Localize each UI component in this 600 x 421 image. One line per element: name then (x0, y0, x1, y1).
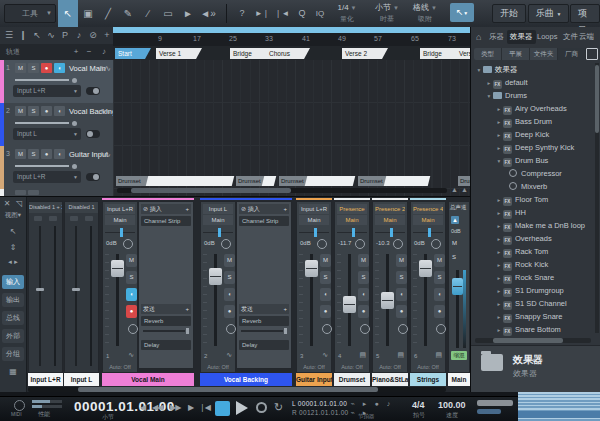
marker-flag[interactable]: Verse 3 (456, 48, 470, 59)
zoom-in-icon[interactable]: ▲ (461, 186, 468, 193)
pan-control[interactable] (299, 226, 329, 238)
pan-knob[interactable] (431, 239, 441, 249)
monitor-button[interactable]: ◖ (54, 106, 65, 116)
iq-button[interactable]: IQ (310, 0, 330, 27)
channel-output-label[interactable]: Main (299, 215, 329, 225)
track-volume-slider[interactable] (15, 122, 69, 124)
automation-mode[interactable]: Auto: Off (373, 364, 407, 370)
record-arm-button[interactable]: ● (41, 106, 52, 116)
return-to-zero-button[interactable]: ❘◀ (199, 403, 210, 412)
record-arm-button[interactable]: ● (434, 305, 445, 318)
cursor-icon[interactable]: ↖ (2, 227, 24, 236)
grid-view-icon[interactable]: ▦ (2, 367, 24, 376)
solo-button[interactable] (28, 190, 39, 195)
add-icon[interactable]: + (100, 27, 114, 44)
pan-dot[interactable] (72, 164, 77, 169)
arrangement-hscrollbar[interactable] (117, 188, 447, 193)
tree-item[interactable]: ▸FXBass Drum (471, 115, 595, 128)
expand-arrow[interactable]: ▸ (495, 194, 503, 206)
split-tool[interactable]: ╱ (98, 0, 118, 27)
eraser-tool[interactable]: ✎ (118, 0, 138, 27)
channel-name[interactable]: Drumset (334, 373, 370, 386)
time-display-unit[interactable]: 小节 (102, 413, 114, 421)
record-mode-icon[interactable]: ● (371, 400, 382, 407)
add-send-button[interactable]: + (283, 304, 287, 314)
record-arm-button[interactable]: ● (41, 63, 52, 73)
solo-button[interactable]: S (126, 271, 137, 284)
pan-dot[interactable] (72, 78, 77, 83)
fader-track[interactable] (39, 226, 41, 366)
channel-strip-strings[interactable]: Presence 4 Main 0dB M S ◖ ● 6 ▤ Auto: Of… (410, 201, 446, 373)
channel-input-label[interactable]: Input L (203, 204, 233, 214)
expand-arrow[interactable]: ▸ (495, 298, 503, 310)
performance-label[interactable]: 性能 (38, 410, 50, 419)
send-level-slider[interactable] (241, 330, 283, 332)
channel-output-label[interactable]: Main (413, 215, 443, 225)
expand-arrow[interactable]: ▸ (495, 233, 503, 245)
tree-item[interactable]: ▸FXS1 Drumgroup (471, 284, 595, 297)
channel-name[interactable]: Vocal Backing (200, 373, 292, 386)
browser-vscrollbar[interactable] (595, 63, 599, 333)
mute-button[interactable]: M (452, 240, 457, 246)
fast-forward-button[interactable]: ▶▶ (170, 403, 180, 412)
narrow-wide-icon[interactable]: ◄► (2, 259, 24, 265)
tab-cloud[interactable]: 云端 (579, 32, 594, 42)
pan-icon[interactable]: P (58, 27, 72, 44)
mixer-nav-buses[interactable]: 总线 (2, 311, 24, 325)
record-button[interactable] (256, 402, 267, 413)
rewind-button[interactable]: ◀◀ (152, 403, 162, 412)
mixer-nav-inputs[interactable]: 输入 (2, 275, 24, 289)
tree-item[interactable]: ▸FXFloor Tom (471, 193, 595, 206)
channel-name[interactable]: Strings (410, 373, 446, 386)
channel-output-label[interactable]: Main (375, 215, 405, 225)
track-volume-slider[interactable] (15, 79, 69, 81)
automation-mode[interactable]: Auto: Off (201, 364, 235, 370)
tab-home[interactable]: ⌂ (476, 32, 481, 42)
instrument-icon[interactable]: ♪ (98, 44, 110, 60)
input-toggle[interactable] (86, 130, 100, 138)
mute-button[interactable]: M (15, 106, 26, 116)
marker-flag[interactable]: Verse 2 (342, 48, 388, 59)
tree-item[interactable]: ▸FXRock Snare (471, 271, 595, 284)
paint-tool[interactable]: ∕ (138, 0, 158, 27)
stop-button[interactable] (215, 401, 230, 416)
play-marker-button[interactable]: ►❘ (252, 0, 272, 27)
mixer-nav-groups[interactable]: 分组 (2, 347, 24, 361)
channel-strip-guitar-input[interactable]: Input L+R Main 0dB M S ◖ ● 3 ∿ Auto: Off (296, 201, 332, 373)
pan-knob[interactable] (221, 239, 231, 249)
solo-button[interactable]: S (28, 106, 39, 116)
quantize-control[interactable]: 1/4▼ 量化 (330, 2, 364, 24)
send-level-slider[interactable] (143, 330, 185, 332)
solo-button[interactable]: S (434, 271, 445, 284)
input-channel-strip[interactable]: Disabled 1 (64, 201, 99, 373)
tree-item[interactable]: ▸FXRack Tom (471, 245, 595, 258)
send-slot[interactable]: Reverb (239, 316, 289, 326)
tree-item[interactable]: ▸FXHH (471, 206, 595, 219)
solo-button[interactable]: S (320, 271, 331, 284)
start-page-button[interactable]: 开始 (492, 4, 526, 23)
off-icon[interactable]: ⊘ (86, 27, 100, 44)
expand-arrow[interactable]: ▸ (495, 142, 503, 154)
inspector-icon[interactable]: ❙ (16, 27, 30, 44)
preroll-icon[interactable]: ⌁ (347, 409, 358, 417)
pan-knob[interactable] (317, 239, 327, 249)
input-channel-strip[interactable]: Disabled 1 + 2 (28, 201, 63, 373)
monitor-button[interactable]: ◖ (434, 288, 445, 301)
autopunch-icon[interactable]: ▸ (359, 400, 370, 408)
channel-output-label[interactable]: Main (105, 215, 135, 225)
channel-strip-vocal-main[interactable]: Input L+R Main 0dB M S ◖ ● 1 ∿ Auto: Off (102, 201, 138, 373)
gain-value[interactable]: -11.7 (338, 240, 351, 246)
solo-button[interactable]: S (452, 254, 456, 260)
monitor-button[interactable]: ◖ (54, 63, 65, 73)
track-input-select[interactable]: Input L+R▼ (13, 171, 81, 183)
expand-arrow[interactable]: ▸ (495, 207, 503, 219)
channel-strip-drumset[interactable]: Presence Main -11.7 M S ◖ ● 4 ▤ Auto: Of… (334, 201, 370, 373)
tab-effects[interactable]: 效果器 (507, 30, 536, 44)
track-volume-slider[interactable] (15, 165, 69, 167)
audio-clip[interactable] (305, 176, 355, 186)
gain-dash[interactable] (34, 216, 42, 221)
sends-header[interactable]: 发送+ (141, 304, 191, 314)
loop-end-readout[interactable]: R 00121.01.01.00 (292, 409, 349, 416)
automation-knob[interactable] (226, 324, 236, 334)
tree-item[interactable]: ▸FXMake me a DnB loop (471, 219, 595, 232)
